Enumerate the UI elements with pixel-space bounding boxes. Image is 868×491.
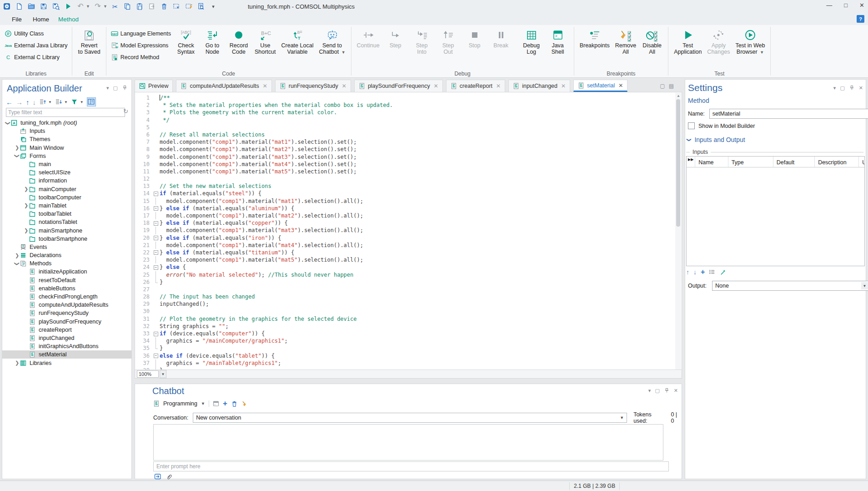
disable-all-button[interactable]: DisableAll	[639, 27, 665, 55]
java-shell-button[interactable]: >_JavaShell	[545, 27, 571, 55]
code-line[interactable]: 14−if (material.equals("steel")) {	[135, 190, 675, 197]
collapse-panel-icon[interactable]: ▾	[648, 388, 651, 394]
output-select[interactable]: None ▼	[712, 281, 868, 291]
external-java-library-button[interactable]: JavaExternal Java Library	[3, 40, 69, 51]
tab-createReport[interactable]: createReport✕	[446, 80, 505, 92]
tree-item-initGraphicsAndButtons[interactable]: initGraphicsAndButtons	[2, 342, 131, 350]
revert-to-saved-button[interactable]: Revertto Saved	[75, 27, 103, 55]
close-tab-icon[interactable]: ✕	[342, 83, 346, 89]
add-input-icon[interactable]: +	[701, 268, 705, 276]
dropdown-icon[interactable]: ▼	[64, 100, 68, 104]
toolbar-options-icon[interactable]: ▾	[209, 2, 217, 10]
tab-runFrequencyStudy[interactable]: runFrequencyStudy✕	[275, 80, 351, 92]
tree-chevron-icon[interactable]: ❯	[23, 186, 29, 192]
move-up-icon[interactable]: ↑	[686, 268, 689, 276]
tree-item-initializeApplication[interactable]: initializeApplication	[2, 268, 131, 276]
tree-item-Forms[interactable]: ❯Forms	[2, 152, 131, 160]
minimize-icon[interactable]: —	[826, 2, 832, 9]
app-logo-icon[interactable]	[3, 2, 11, 10]
tab-setMaterial[interactable]: setMaterial✕	[573, 80, 627, 92]
code-line[interactable]: 36−else if (device.equals("tablet")) {	[135, 352, 675, 359]
collapse-panel-icon[interactable]: ▾	[833, 85, 836, 91]
dropdown-icon[interactable]: ▼	[103, 4, 107, 9]
tree-item-selectUISize[interactable]: selectUISize	[2, 168, 131, 177]
test-in-web-browser-button[interactable]: Test in WebBrowser ▼	[733, 27, 768, 56]
open-icon[interactable]	[27, 2, 35, 10]
delete-conversation-icon[interactable]	[231, 400, 238, 407]
code-line[interactable]: 28// The input has been changed	[135, 293, 675, 300]
clear-conversation-icon[interactable]	[241, 400, 248, 407]
new-conversation-icon[interactable]: +	[223, 399, 227, 408]
maximize-editor-icon[interactable]: ▢	[660, 83, 665, 89]
code-line[interactable]: 34 graphics = "/mainComputer/graphics1";	[135, 337, 675, 344]
tree-item-playSoundForFrequency[interactable]: playSoundForFrequency	[2, 318, 131, 326]
code-line[interactable]: 2 * Sets the material properties when th…	[135, 101, 675, 109]
tree-chevron-icon[interactable]: ❯	[14, 360, 20, 366]
code-line[interactable]: 27	[135, 286, 675, 293]
code-line[interactable]: 33−if (device.equals("computer")) {	[135, 330, 675, 337]
code-line[interactable]: 23 model.component("comp1").material("ma…	[135, 256, 675, 263]
code-line[interactable]: 30	[135, 308, 675, 315]
close-icon[interactable]: ✕	[859, 2, 864, 9]
code-line[interactable]: 29inputChanged();	[135, 300, 675, 308]
find-icon[interactable]	[197, 2, 205, 10]
dropdown-icon[interactable]: ▼	[48, 100, 52, 104]
tree-chevron-icon[interactable]: ❯	[23, 228, 29, 233]
tree-item-Libraries[interactable]: ❯Libraries	[2, 359, 131, 367]
close-panel-icon[interactable]: ✕	[859, 85, 863, 91]
menu-home[interactable]: Home	[30, 15, 52, 25]
code-line[interactable]: 5	[135, 124, 675, 131]
code-line[interactable]: 18−} else if (material.equals("copper"))…	[135, 219, 675, 227]
tree-chevron-icon[interactable]: ❯	[23, 202, 29, 208]
forward-arrow-icon[interactable]: →	[16, 99, 23, 106]
tree-item-runFrequencyStudy[interactable]: runFrequencyStudy	[2, 309, 131, 317]
record-code-button[interactable]: RecordCode	[226, 27, 252, 55]
breakpoints-button[interactable]: Breakpoints	[577, 27, 612, 49]
code-line[interactable]: 22−} else if (material.equals("titanium"…	[135, 249, 675, 256]
tab-inputChanged[interactable]: inputChanged✕	[508, 80, 570, 92]
code-line[interactable]: 24−} else {	[135, 263, 675, 271]
code-line[interactable]: 16−} else if (material.equals("aluminum"…	[135, 205, 675, 212]
utility-class-button[interactable]: Utility Class	[3, 29, 69, 39]
tree-item-information[interactable]: information	[2, 177, 131, 185]
tree-item-main[interactable]: main	[2, 160, 131, 168]
show-details-icon[interactable]	[87, 97, 96, 106]
fold-toggle-icon[interactable]: −	[152, 330, 160, 337]
tree-chevron-icon[interactable]: ❯	[14, 153, 20, 159]
tree-chevron-icon[interactable]: ❯	[5, 120, 11, 126]
tree-item-Declarations[interactable]: ❯Declarations	[2, 251, 131, 259]
move-up-arrow-icon[interactable]: ↑	[26, 99, 30, 106]
save-icon[interactable]	[40, 2, 48, 10]
redo-icon[interactable]: ↷	[94, 2, 102, 10]
prompt-input[interactable]: Enter prompt here	[153, 461, 669, 471]
test-application-button[interactable]: TestApplication	[671, 27, 704, 55]
fold-toggle-icon[interactable]: −	[152, 352, 160, 359]
tree-item-createReport[interactable]: createReport	[2, 326, 131, 334]
remove-all-button[interactable]: RemoveAll	[612, 27, 639, 55]
tab-computeAndUpdateResults[interactable]: computeAndUpdateResults✕	[176, 80, 271, 92]
code-line[interactable]: 17 model.component("comp1").material("ma…	[135, 212, 675, 219]
external-c-library-button[interactable]: CExternal C Library	[3, 52, 69, 62]
tree-item-enableButtons[interactable]: enableButtons	[2, 284, 131, 293]
record-method-button[interactable]: Record Method	[109, 52, 173, 62]
play-icon[interactable]	[64, 2, 72, 10]
new-file-icon[interactable]	[15, 2, 23, 10]
code-line[interactable]: 6// Reset all material selections	[135, 131, 675, 138]
scroll-up-icon[interactable]: ▲	[677, 94, 680, 98]
pin-panel-icon[interactable]	[122, 85, 128, 91]
tree-chevron-icon[interactable]: ❯	[14, 261, 20, 267]
code-line[interactable]: 12	[135, 175, 675, 182]
inputs-and-output-section[interactable]: ❯ Inputs and Output	[687, 136, 745, 143]
code-line[interactable]: 26}	[135, 278, 675, 286]
tree-item-setMaterial[interactable]: setMaterial	[2, 350, 131, 359]
tree-item-Methods[interactable]: ❯Methods	[2, 259, 131, 268]
code-line[interactable]: 9model.component("comp1").material("mat3…	[135, 153, 675, 161]
code-line[interactable]: 25 error("No material selected"); //This…	[135, 271, 675, 278]
menu-file[interactable]: File	[9, 15, 25, 25]
tree-item-mainSmartphone[interactable]: ❯mainSmartphone	[2, 226, 131, 234]
editor-zoom-value[interactable]: 100%	[137, 370, 159, 378]
tree-item-resetToDefault[interactable]: resetToDefault	[2, 276, 131, 284]
help-icon[interactable]: ?	[857, 15, 864, 23]
tree-chevron-icon[interactable]: ❯	[14, 253, 20, 258]
code-line[interactable]: 4 */	[135, 116, 675, 124]
